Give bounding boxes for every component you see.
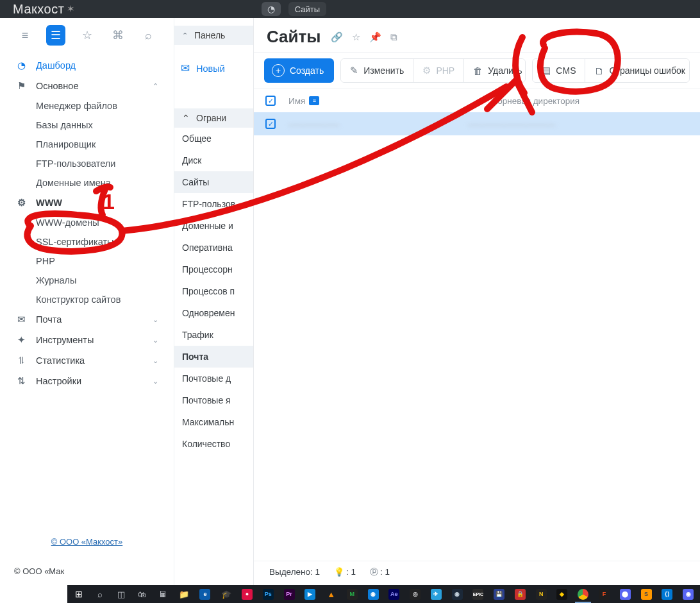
sec-new-label: Новый xyxy=(196,64,225,74)
taskbar-figma[interactable]: F xyxy=(594,585,615,603)
error-pages-button[interactable]: 🗋Страницы ошибок xyxy=(585,59,690,82)
popout-icon[interactable]: ⧉ xyxy=(390,31,397,43)
taskbar-yandex[interactable]: ◆ xyxy=(552,585,573,603)
nav-settings[interactable]: ⇅ Настройки ⌄ xyxy=(0,371,174,391)
star-icon[interactable]: ☆ xyxy=(77,25,96,46)
taskbar-steam[interactable]: ◉ xyxy=(447,585,468,603)
taskbar-photoshop[interactable]: Ps xyxy=(258,585,279,603)
search-icon[interactable]: ⌕ xyxy=(139,25,158,46)
row-checkbox[interactable]: ✓ xyxy=(265,119,276,129)
topbar-dashboard-icon[interactable]: ◔ xyxy=(262,2,281,16)
taskbar-app4[interactable]: M xyxy=(342,585,363,603)
topbar-tab-sites[interactable]: Сайты xyxy=(288,2,326,16)
taskbar-vscode[interactable]: ⟨⟩ xyxy=(656,585,678,603)
col-name-label[interactable]: Имя xyxy=(288,96,305,106)
taskbar-discord[interactable]: ◉ xyxy=(678,585,699,603)
taskbar-obs[interactable]: ◎ xyxy=(404,585,426,603)
nav-sub-item[interactable]: Доменные имена xyxy=(0,173,174,192)
taskbar-app2[interactable]: ● xyxy=(237,585,258,603)
table-row[interactable]: ✓ ─────── ──────────── xyxy=(254,112,700,135)
taskbar-chrome[interactable] xyxy=(572,585,594,603)
sec-item[interactable]: FTP-пользов xyxy=(174,193,253,215)
link-icon[interactable]: 🔗 xyxy=(331,31,343,43)
sec-item[interactable]: Одновремен xyxy=(174,302,253,324)
sec-item[interactable]: Общее xyxy=(174,128,253,149)
sec-item[interactable]: Почта xyxy=(174,346,253,368)
edit-button[interactable]: ✎Изменить xyxy=(341,59,413,82)
taskbar-app5[interactable]: ◉ xyxy=(363,585,384,603)
nav-dashboard[interactable]: ◔ Дашборд xyxy=(0,55,174,76)
taskbar-premiere[interactable]: Pr xyxy=(279,585,300,603)
sec-item[interactable]: Трафик xyxy=(174,324,253,346)
chevron-up-icon: ⌃ xyxy=(182,31,188,40)
chevron-down-icon: ⌄ xyxy=(153,336,158,344)
taskbar-app3[interactable]: ▶ xyxy=(299,585,321,603)
sec-item[interactable]: Почтовые я xyxy=(174,389,253,411)
taskbar-search[interactable]: ⌕ xyxy=(90,585,111,603)
nav-sub-item[interactable]: SSL-сертификаты xyxy=(0,232,174,251)
sec-panel-header[interactable]: ⌃ Панель xyxy=(174,26,253,45)
nav-mail-label: Почта xyxy=(36,314,62,325)
sec-item[interactable]: Процессов п xyxy=(174,280,253,302)
plus-icon: + xyxy=(272,64,285,77)
sec-item[interactable]: Максимальн xyxy=(174,411,253,433)
cms-button-label: CMS xyxy=(556,65,576,76)
sec-panel-label: Панель xyxy=(194,30,225,40)
flag-icon: ⚑ xyxy=(15,80,27,92)
taskbar-taskview[interactable]: ◫ xyxy=(111,585,132,603)
nav-section-www[interactable]: ⚙ WWW xyxy=(0,192,174,213)
sec-item[interactable]: Почтовые д xyxy=(174,368,253,389)
menu-icon[interactable]: ≡ xyxy=(15,25,35,46)
list-icon[interactable]: ☰ xyxy=(46,25,65,46)
nav-sub-item[interactable]: Планировщик xyxy=(0,135,174,154)
taskbar-telegram[interactable]: ✈ xyxy=(426,585,447,603)
create-button[interactable]: + Создать xyxy=(264,58,334,83)
taskbar-store[interactable]: 🛍 xyxy=(131,585,153,603)
pin-icon[interactable]: 📌 xyxy=(369,31,381,43)
sec-item[interactable]: Сайты xyxy=(174,171,253,193)
nav-sub-item[interactable]: PHP xyxy=(0,251,174,271)
stats-icon: ⥮ xyxy=(15,355,27,366)
taskbar-start[interactable]: ⊞ xyxy=(69,585,90,603)
taskbar-app1[interactable]: 🎓 xyxy=(215,585,237,603)
select-all-checkbox[interactable]: ✓ xyxy=(265,96,276,106)
sec-limits-header[interactable]: ⌃ Ограни xyxy=(174,108,253,128)
sec-new-button[interactable]: ✉ Новый xyxy=(174,54,253,88)
taskbar-calc[interactable]: 🖩 xyxy=(153,585,174,603)
taskbar-aftereffects[interactable]: Ae xyxy=(383,585,404,603)
nav-section-main-label: Основное xyxy=(36,81,78,91)
nav-sub-item[interactable]: Журналы xyxy=(0,271,174,290)
taskbar-explorer[interactable]: 📁 xyxy=(174,585,195,603)
sec-item[interactable]: Диск xyxy=(174,149,253,171)
nav-sub-item[interactable]: Конструктор сайтов xyxy=(0,290,174,309)
sec-item[interactable]: Доменные и xyxy=(174,215,253,237)
taskbar-lock[interactable]: 🔒 xyxy=(510,585,531,603)
taskbar-edge[interactable]: e xyxy=(195,585,216,603)
copyright-link[interactable]: © ООО «Макхост» xyxy=(0,537,174,547)
taskbar-app6[interactable]: N xyxy=(531,585,552,603)
star-icon[interactable]: ☆ xyxy=(352,31,360,43)
cms-button[interactable]: ▤CMS xyxy=(533,59,585,82)
sec-item[interactable]: Оперативна xyxy=(174,237,253,259)
apps-icon[interactable]: ⌘ xyxy=(108,25,128,46)
sort-icon[interactable]: ≡ xyxy=(309,96,319,105)
nav-section-main[interactable]: ⚑ Основное ⌃ xyxy=(0,76,174,96)
taskbar-vlc[interactable]: ▲ xyxy=(321,585,342,603)
taskbar-app7[interactable]: ⬤ xyxy=(615,585,636,603)
taskbar-sublime[interactable]: S xyxy=(636,585,657,603)
php-button: ⚙PHP xyxy=(413,59,463,82)
nav-mail[interactable]: ✉ Почта ⌄ xyxy=(0,309,174,330)
sec-item[interactable]: Количество xyxy=(174,433,253,455)
page-icon: 🗋 xyxy=(594,65,604,76)
delete-button[interactable]: 🗑Удалить xyxy=(463,59,526,82)
nav-sub-item[interactable]: WWW-домены xyxy=(0,213,174,232)
nav-tools[interactable]: ✦ Инструменты ⌄ xyxy=(0,330,174,350)
sec-item[interactable]: Процессорн xyxy=(174,259,253,280)
col-dir-label[interactable]: Корневая директория xyxy=(492,96,579,106)
nav-sub-item[interactable]: Базы данных xyxy=(0,115,174,135)
nav-sub-item[interactable]: FTP-пользователи xyxy=(0,154,174,173)
nav-stats[interactable]: ⥮ Статистика ⌄ xyxy=(0,350,174,371)
nav-sub-item[interactable]: Менеджер файлов xyxy=(0,96,174,115)
taskbar-epic[interactable]: EPIC xyxy=(468,585,489,603)
taskbar-save[interactable]: 💾 xyxy=(488,585,510,603)
